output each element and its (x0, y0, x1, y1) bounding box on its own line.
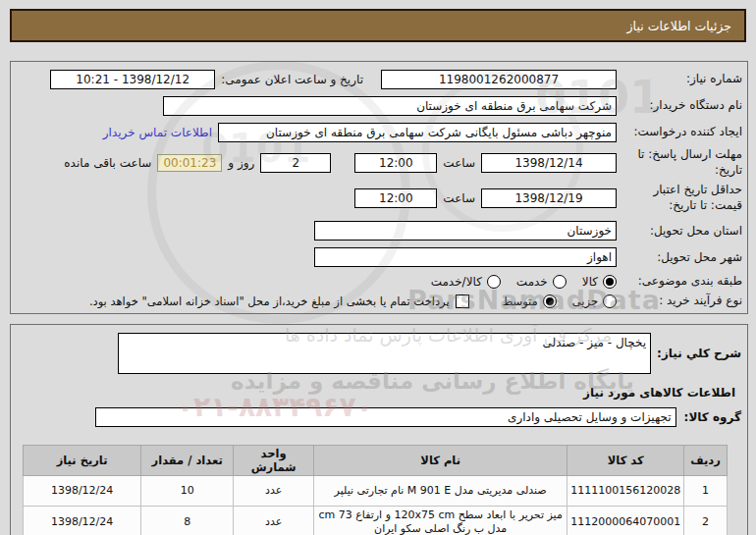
reply-deadline-date-input[interactable]: 1398/12/14 (481, 153, 617, 173)
delivery-city-input[interactable]: اهواز (314, 247, 617, 267)
option-service: خدمت (516, 275, 567, 289)
row-reply-deadline: مهلت ارسال پاسخ: تا تاریخ: 1398/12/14 سا… (17, 147, 742, 178)
goods-service-radio[interactable] (487, 275, 501, 289)
service-radio-label: خدمت (516, 275, 548, 289)
row-need-number: شماره نیاز: 1198001262000877 تاریخ و ساع… (17, 70, 742, 89)
reply-deadline-time-input[interactable]: 12:00 (354, 153, 437, 173)
goods-info-heading: اطلاعات کالاهای مورد نیاز (17, 386, 735, 400)
col-item-name: نام کالا (314, 446, 567, 476)
need-description-textarea[interactable]: یخچال - میز - صندلی (118, 333, 651, 374)
row-delivery-province: استان محل تحویل: خوزستان (17, 221, 742, 241)
cell-item-code: 1111100156120028 (567, 476, 684, 507)
service-radio[interactable] (553, 275, 567, 289)
goods-group-label: گروه کالا: (684, 410, 741, 424)
treasury-docs-checkbox[interactable] (456, 294, 469, 308)
table-row: 2 1112000064070001 میز تحریر با ابعاد سط… (24, 507, 728, 535)
page-title: جزئیات اطلاعات نیاز (627, 19, 731, 33)
price-validity-label: حداقل تاریخ اعتبار قیمت: تا تاریخ: (622, 183, 742, 213)
buyer-org-label: نام دستگاه خریدار: (622, 98, 742, 114)
cell-count-unit: عدد (234, 476, 314, 507)
row-purchase-type: نوع فرآیند خرید : جزیی متوسط پرداخت تمام… (17, 294, 742, 309)
remaining-time-label: ساعت باقی مانده (64, 156, 151, 170)
price-validity-hour-label: ساعت (443, 191, 475, 205)
minor-radio-label: جزیی (572, 294, 598, 308)
buyer-org-input[interactable]: شرکت سهامی برق منطقه ای خوزستان (163, 96, 617, 116)
goods-service-radio-label: کالا/خدمت (431, 275, 482, 289)
cell-quantity: 8 (141, 507, 234, 535)
goods-table: ردیف کد کالا نام کالا واحد شمارش تعداد /… (23, 445, 728, 535)
table-row: 1 1111100156120028 صندلی مدیریتی مدل M 9… (24, 476, 728, 507)
request-creator-label: ایجاد کننده درخواست: (622, 125, 742, 140)
cell-item-name: میز تحریر با ابعاد سطح 120x75 cm و ارتفا… (314, 507, 567, 535)
goods-radio-label: کالا (582, 275, 598, 289)
cell-quantity: 10 (141, 476, 234, 507)
option-minor: جزیی (572, 294, 617, 308)
announce-datetime-input[interactable]: 1398/12/12 - 10:21 (50, 70, 215, 89)
goods-radio[interactable] (603, 275, 617, 289)
need-details-page: { "colors":{ "titlebar_bg":"#8a6c3f", "c… (0, 0, 756, 535)
need-number-label: شماره نیاز: (622, 72, 742, 87)
minor-radio[interactable] (603, 294, 617, 308)
col-need-date: تاریخ نیاز (24, 446, 141, 476)
medium-radio-label: متوسط (503, 294, 538, 308)
row-subject-classification: طبقه بندی موضوعی: کالا خدمت کالا/خدمت (17, 274, 742, 290)
delivery-province-input[interactable]: خوزستان (314, 221, 617, 241)
row-price-validity: حداقل تاریخ اعتبار قیمت: تا تاریخ: 1398/… (17, 183, 742, 213)
delivery-city-label: شهر محل تحویل: (622, 250, 742, 266)
need-description-label: شرح كلي نياز: (657, 347, 741, 360)
cell-item-code: 1112000064070001 (567, 507, 684, 535)
delivery-province-label: استان محل تحویل: (622, 224, 742, 240)
col-count-unit: واحد شمارش (234, 446, 314, 476)
goods-group-input[interactable]: تجهیزات و وسایل تحصیلی واداری (95, 407, 676, 427)
cell-count-unit: عدد (234, 507, 314, 535)
subject-classification-label: طبقه بندی موضوعی: (622, 274, 742, 290)
option-medium: متوسط (503, 294, 557, 308)
buyer-contact-link[interactable]: اطلاعات تماس خریدار (103, 126, 212, 139)
need-number-input[interactable]: 1198001262000877 (381, 70, 617, 89)
cell-row-number: 2 (684, 507, 728, 535)
row-goods-group: گروه کالا: تجهیزات و وسایل تحصیلی واداری (17, 407, 741, 427)
option-goods: کالا (582, 275, 617, 289)
request-creator-input[interactable]: منوچهر دباشی مسئول بایگانی شرکت سهامی بر… (218, 123, 617, 142)
cell-need-date: 1398/12/24 (24, 507, 141, 535)
cell-row-number: 1 (684, 476, 728, 507)
page-title-bar: جزئیات اطلاعات نیاز (10, 9, 746, 42)
cell-need-date: 1398/12/24 (24, 476, 141, 507)
row-buyer-org: نام دستگاه خریدار: شرکت سهامی برق منطقه … (17, 96, 742, 116)
remaining-days-label: روز و (228, 156, 254, 170)
table-header-row: ردیف کد کالا نام کالا واحد شمارش تعداد /… (24, 446, 728, 476)
reply-deadline-hour-label: ساعت (443, 156, 475, 170)
price-validity-date-input[interactable]: 1398/12/19 (481, 188, 617, 208)
row-request-creator: ایجاد کننده درخواست: منوچهر دباشی مسئول … (17, 123, 742, 142)
treasury-docs-label: پرداخت تمام یا بخشی از مبلغ خرید،از محل … (89, 294, 450, 308)
goods-panel: شرح كلي نياز: یخچال - میز - صندلی اطلاعا… (10, 324, 748, 535)
option-goods-service: کالا/خدمت (431, 275, 501, 289)
medium-radio[interactable] (543, 294, 557, 308)
announce-datetime-label: تاریخ و ساعت اعلان عمومی: (221, 73, 363, 86)
col-quantity: تعداد / مقدار (141, 446, 234, 476)
cell-item-name: صندلی مدیریتی مدل M 901 E نام تجارتی نیل… (314, 476, 567, 507)
col-row-number: ردیف (684, 446, 728, 476)
row-delivery-city: شهر محل تحویل: اهواز (17, 247, 742, 267)
row-need-description: شرح كلي نياز: یخچال - میز - صندلی (17, 333, 741, 374)
need-info-panel: شماره نیاز: 1198001262000877 تاریخ و ساع… (10, 61, 748, 314)
remaining-days-input[interactable]: 2 (260, 153, 331, 173)
remaining-time-counter: 00:01:23 (157, 154, 222, 172)
price-validity-time-input[interactable]: 12:00 (354, 188, 437, 208)
purchase-type-label: نوع فرآیند خرید : (622, 294, 742, 309)
col-item-code: کد کالا (567, 446, 684, 476)
reply-deadline-label: مهلت ارسال پاسخ: تا تاریخ: (622, 147, 742, 178)
